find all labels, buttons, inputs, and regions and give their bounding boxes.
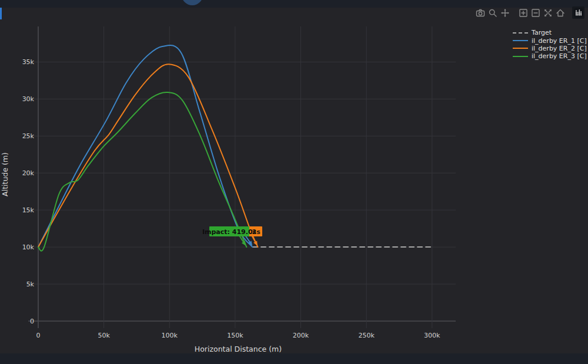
legend: Targetil_derby ER_1 [C]il_derby ER_2 [C]…	[513, 29, 587, 61]
modebar	[474, 6, 584, 19]
y-axis-title: Altitude (m)	[1, 139, 9, 210]
legend-label: il_derby ER_2 [C]	[532, 45, 587, 52]
camera-icon[interactable]	[474, 6, 486, 19]
legend-item-il-derby-er-2-c-[interactable]: il_derby ER_2 [C]	[513, 45, 587, 52]
magnifier-icon[interactable]	[486, 6, 499, 19]
legend-line-sample	[513, 40, 528, 41]
y-tick-label: 5k	[26, 280, 35, 288]
y-tick-label: 0	[30, 318, 34, 325]
plotly-logo-icon[interactable]	[572, 6, 584, 19]
zoom-out-icon[interactable]	[529, 6, 542, 19]
legend-item-il-derby-er-3-c-[interactable]: il_derby ER_3 [C]	[513, 52, 587, 60]
top-avatar-circle[interactable]	[182, 0, 203, 5]
x-tick-label: 150k	[227, 332, 243, 339]
y-tick-label: 30k	[22, 95, 35, 103]
pan-icon[interactable]	[499, 6, 511, 19]
y-tick-label: 10k	[22, 243, 35, 251]
home-icon[interactable]	[554, 6, 566, 19]
x-tick-label: 0	[36, 332, 41, 339]
autoscale-icon[interactable]	[542, 6, 554, 19]
legend-line-sample	[513, 32, 528, 34]
x-axis-title: Horizontal Distance (m)	[168, 345, 309, 353]
legend-label: il_derby ER_1 [C]	[532, 37, 587, 45]
x-tick-label: 100k	[162, 332, 178, 339]
legend-item-target[interactable]: Target	[513, 29, 587, 36]
x-tick-label: 50k	[98, 332, 110, 339]
y-tick-label: 35k	[22, 58, 35, 66]
zoom-in-icon[interactable]	[517, 6, 529, 19]
x-tick-label: 200k	[293, 332, 309, 339]
legend-label: Target	[532, 29, 552, 36]
y-tick-label: 15k	[22, 206, 35, 214]
legend-item-il-derby-er-1-c-[interactable]: il_derby ER_1 [C]	[513, 36, 587, 44]
series-line-il-derby-er-2-c-[interactable]	[38, 64, 258, 247]
x-tick-label: 300k	[424, 332, 440, 339]
legend-line-sample	[513, 48, 528, 49]
y-tick-label: 25k	[22, 132, 35, 140]
plot-area[interactable]: 05k10k15k20k25k30k35k050k100k150k200k250…	[0, 8, 588, 353]
y-tick-label: 20k	[22, 169, 35, 177]
impact-annotation-text: Impact: 419.0s	[202, 228, 257, 236]
series-line-il-derby-er-1-c-[interactable]	[38, 45, 252, 247]
app-screen: 05k10k15k20k25k30k35k050k100k150k200k250…	[0, 0, 588, 364]
legend-label: il_derby ER_3 [C]	[532, 52, 587, 60]
x-tick-label: 250k	[358, 332, 375, 339]
legend-line-sample	[513, 56, 528, 57]
